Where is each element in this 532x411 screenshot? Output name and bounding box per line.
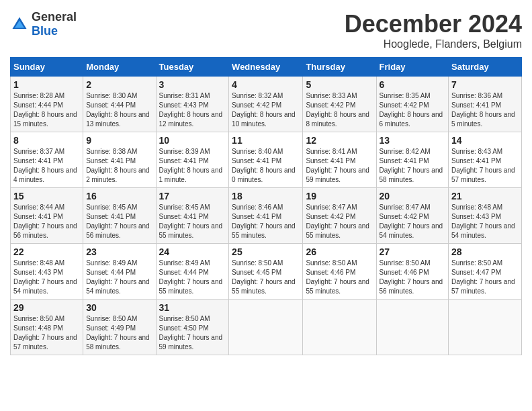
- calendar-cell: 4Sunrise: 8:32 AMSunset: 4:42 PMDaylight…: [229, 77, 303, 132]
- calendar-cell: 29Sunrise: 8:50 AMSunset: 4:48 PMDayligh…: [11, 300, 83, 355]
- calendar-cell: 25Sunrise: 8:50 AMSunset: 4:45 PMDayligh…: [229, 244, 303, 300]
- day-info: Sunrise: 8:46 AMSunset: 4:41 PMDaylight:…: [232, 203, 300, 240]
- day-number: 8: [13, 135, 80, 146]
- day-number: 16: [86, 191, 152, 201]
- day-number: 11: [232, 135, 300, 146]
- day-info: Sunrise: 8:48 AMSunset: 4:43 PMDaylight:…: [451, 203, 519, 240]
- day-info: Sunrise: 8:48 AMSunset: 4:43 PMDaylight:…: [13, 259, 80, 296]
- calendar-cell: 11Sunrise: 8:40 AMSunset: 4:41 PMDayligh…: [229, 132, 303, 188]
- calendar-table: SundayMondayTuesdayWednesdayThursdayFrid…: [10, 57, 522, 355]
- logo-general: General: [32, 10, 77, 24]
- calendar-cell: [229, 300, 303, 355]
- day-info: Sunrise: 8:41 AMSunset: 4:41 PMDaylight:…: [306, 147, 373, 185]
- calendar-cell: 27Sunrise: 8:50 AMSunset: 4:46 PMDayligh…: [376, 244, 449, 300]
- day-info: Sunrise: 8:49 AMSunset: 4:44 PMDaylight:…: [159, 259, 226, 296]
- day-number: 27: [380, 246, 446, 257]
- day-info: Sunrise: 8:28 AMSunset: 4:44 PMDaylight:…: [13, 91, 80, 129]
- day-number: 15: [13, 191, 80, 201]
- calendar-cell: 7Sunrise: 8:36 AMSunset: 4:41 PMDaylight…: [449, 77, 522, 132]
- day-info: Sunrise: 8:50 AMSunset: 4:47 PMDaylight:…: [451, 259, 519, 296]
- day-info: Sunrise: 8:33 AMSunset: 4:42 PMDaylight:…: [306, 91, 373, 129]
- weekday-header-monday: Monday: [83, 58, 156, 77]
- weekday-header-wednesday: Wednesday: [229, 58, 303, 77]
- calendar-cell: 14Sunrise: 8:43 AMSunset: 4:41 PMDayligh…: [449, 132, 522, 188]
- logo-icon: [10, 15, 29, 34]
- day-info: Sunrise: 8:50 AMSunset: 4:46 PMDaylight:…: [380, 259, 446, 296]
- day-info: Sunrise: 8:35 AMSunset: 4:42 PMDaylight:…: [380, 91, 446, 129]
- calendar-cell: [303, 300, 376, 355]
- page-subtitle: Hooglede, Flanders, Belgium: [345, 38, 522, 50]
- calendar-cell: 2Sunrise: 8:30 AMSunset: 4:44 PMDaylight…: [83, 77, 156, 132]
- calendar-cell: 15Sunrise: 8:44 AMSunset: 4:41 PMDayligh…: [11, 188, 83, 244]
- calendar-cell: 8Sunrise: 8:37 AMSunset: 4:41 PMDaylight…: [11, 132, 83, 188]
- day-number: 7: [451, 79, 519, 90]
- calendar-cell: 5Sunrise: 8:33 AMSunset: 4:42 PMDaylight…: [303, 77, 376, 132]
- day-number: 13: [380, 135, 446, 146]
- day-info: Sunrise: 8:50 AMSunset: 4:45 PMDaylight:…: [232, 259, 300, 296]
- weekday-header-thursday: Thursday: [303, 58, 376, 77]
- calendar-week-row: 22Sunrise: 8:48 AMSunset: 4:43 PMDayligh…: [11, 244, 522, 300]
- day-number: 29: [13, 302, 80, 313]
- calendar-cell: 31Sunrise: 8:50 AMSunset: 4:50 PMDayligh…: [156, 300, 229, 355]
- day-info: Sunrise: 8:45 AMSunset: 4:41 PMDaylight:…: [159, 203, 226, 240]
- logo: General Blue: [10, 10, 77, 38]
- calendar-cell: [376, 300, 449, 355]
- day-number: 14: [451, 135, 519, 146]
- calendar-week-row: 15Sunrise: 8:44 AMSunset: 4:41 PMDayligh…: [11, 188, 522, 244]
- page-title: December 2024: [345, 10, 522, 38]
- day-number: 23: [86, 246, 152, 257]
- day-number: 20: [380, 191, 446, 201]
- calendar-cell: 3Sunrise: 8:31 AMSunset: 4:43 PMDaylight…: [156, 77, 229, 132]
- day-number: 28: [451, 246, 519, 257]
- day-info: Sunrise: 8:47 AMSunset: 4:42 PMDaylight:…: [380, 203, 446, 240]
- day-info: Sunrise: 8:31 AMSunset: 4:43 PMDaylight:…: [159, 91, 226, 129]
- day-number: 19: [306, 191, 373, 201]
- day-number: 2: [86, 79, 152, 90]
- day-number: 5: [306, 79, 373, 90]
- day-number: 21: [451, 191, 519, 201]
- day-info: Sunrise: 8:39 AMSunset: 4:41 PMDaylight:…: [159, 147, 226, 185]
- calendar-cell: 21Sunrise: 8:48 AMSunset: 4:43 PMDayligh…: [449, 188, 522, 244]
- calendar-cell: 19Sunrise: 8:47 AMSunset: 4:42 PMDayligh…: [303, 188, 376, 244]
- day-number: 4: [232, 79, 300, 90]
- calendar-cell: 22Sunrise: 8:48 AMSunset: 4:43 PMDayligh…: [11, 244, 83, 300]
- calendar-week-row: 8Sunrise: 8:37 AMSunset: 4:41 PMDaylight…: [11, 132, 522, 188]
- day-info: Sunrise: 8:50 AMSunset: 4:46 PMDaylight:…: [306, 259, 373, 296]
- calendar-cell: 18Sunrise: 8:46 AMSunset: 4:41 PMDayligh…: [229, 188, 303, 244]
- calendar-week-row: 1Sunrise: 8:28 AMSunset: 4:44 PMDaylight…: [11, 77, 522, 132]
- calendar-cell: 6Sunrise: 8:35 AMSunset: 4:42 PMDaylight…: [376, 77, 449, 132]
- day-info: Sunrise: 8:30 AMSunset: 4:44 PMDaylight:…: [86, 91, 152, 129]
- day-number: 31: [159, 302, 226, 313]
- day-number: 25: [232, 246, 300, 257]
- logo-text: General Blue: [32, 10, 77, 38]
- day-info: Sunrise: 8:45 AMSunset: 4:41 PMDaylight:…: [86, 203, 152, 240]
- day-number: 9: [86, 135, 152, 146]
- day-info: Sunrise: 8:38 AMSunset: 4:41 PMDaylight:…: [86, 147, 152, 185]
- day-info: Sunrise: 8:40 AMSunset: 4:41 PMDaylight:…: [232, 147, 300, 185]
- day-info: Sunrise: 8:50 AMSunset: 4:48 PMDaylight:…: [13, 314, 80, 352]
- calendar-cell: 13Sunrise: 8:42 AMSunset: 4:41 PMDayligh…: [376, 132, 449, 188]
- calendar-cell: 10Sunrise: 8:39 AMSunset: 4:41 PMDayligh…: [156, 132, 229, 188]
- calendar-cell: 12Sunrise: 8:41 AMSunset: 4:41 PMDayligh…: [303, 132, 376, 188]
- logo-blue: Blue: [32, 24, 58, 38]
- calendar-cell: 20Sunrise: 8:47 AMSunset: 4:42 PMDayligh…: [376, 188, 449, 244]
- calendar-cell: 24Sunrise: 8:49 AMSunset: 4:44 PMDayligh…: [156, 244, 229, 300]
- day-number: 6: [380, 79, 446, 90]
- day-info: Sunrise: 8:50 AMSunset: 4:49 PMDaylight:…: [86, 314, 152, 352]
- day-number: 22: [13, 246, 80, 257]
- day-number: 18: [232, 191, 300, 201]
- day-info: Sunrise: 8:44 AMSunset: 4:41 PMDaylight:…: [13, 203, 80, 240]
- day-number: 12: [306, 135, 373, 146]
- calendar-cell: 1Sunrise: 8:28 AMSunset: 4:44 PMDaylight…: [11, 77, 83, 132]
- calendar-cell: 9Sunrise: 8:38 AMSunset: 4:41 PMDaylight…: [83, 132, 156, 188]
- weekday-header-friday: Friday: [376, 58, 449, 77]
- day-number: 3: [159, 79, 226, 90]
- day-info: Sunrise: 8:42 AMSunset: 4:41 PMDaylight:…: [380, 147, 446, 185]
- day-number: 10: [159, 135, 226, 146]
- calendar-cell: 30Sunrise: 8:50 AMSunset: 4:49 PMDayligh…: [83, 300, 156, 355]
- weekday-header-saturday: Saturday: [449, 58, 522, 77]
- calendar-cell: 26Sunrise: 8:50 AMSunset: 4:46 PMDayligh…: [303, 244, 376, 300]
- calendar-cell: 17Sunrise: 8:45 AMSunset: 4:41 PMDayligh…: [156, 188, 229, 244]
- calendar-week-row: 29Sunrise: 8:50 AMSunset: 4:48 PMDayligh…: [11, 300, 522, 355]
- day-info: Sunrise: 8:36 AMSunset: 4:41 PMDaylight:…: [451, 91, 519, 129]
